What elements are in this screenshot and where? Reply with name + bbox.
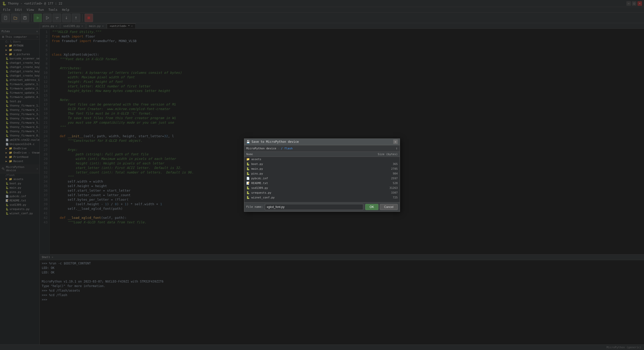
dialog-nav-up-button[interactable]: ↑ (396, 146, 398, 150)
dialog-nav-path[interactable]: / flash (281, 147, 293, 150)
dialog-file-name: 🐍 main.py (246, 167, 373, 170)
file-label: ssd1309.py (251, 186, 268, 190)
file-label: pybcdc.inf (251, 177, 268, 180)
file-label: pins.py (251, 172, 263, 175)
dialog-file-size: 528 (373, 182, 398, 185)
file-label: assets (251, 158, 261, 161)
dialog-file-readme[interactable]: 📝 README.txt 528 (244, 181, 400, 186)
dialog-file-boot[interactable]: 🐍 boot.py 365 (244, 162, 400, 166)
dialog-file-name: 🐍 urequests.py (246, 191, 373, 194)
dialog-file-urequests[interactable]: 🐍 urequests.py 3307 (244, 190, 400, 195)
dialog-title-text: 💾 Save to MicroPython device (246, 140, 299, 144)
file-icon: 🐍 (246, 186, 250, 190)
dialog-title-bar: 💾 Save to MicroPython device × (244, 139, 400, 145)
dialog-nav: MicroPython device › / flash ↑ (244, 145, 400, 152)
dialog-file-name: 🐍 wiznet_conf.py (246, 196, 373, 199)
file-icon: 📄 (246, 177, 250, 180)
dialog-file-name: 🐍 pins.py (246, 172, 373, 175)
file-label: boot.py (251, 162, 263, 166)
dialog-file-size: 31263 (373, 186, 398, 190)
file-label: main.py (251, 167, 263, 170)
dialog-file-assets[interactable]: 📁 assets (244, 157, 400, 162)
dialog-file-size: 2597 (373, 177, 398, 180)
file-icon: 🐍 (246, 162, 250, 166)
file-icon: 🐍 (246, 167, 250, 170)
dialog-file-ssd1309[interactable]: 🐍 ssd1309.py 31263 (244, 186, 400, 190)
file-label: urequests.py (251, 191, 271, 194)
dialog-buttons: OK Cancel (365, 204, 398, 210)
dialog-file-pybcdc[interactable]: 📄 pybcdc.inf 2597 (244, 176, 400, 181)
dialog-file-size: 984 (373, 172, 398, 175)
dialog-file-size: 365 (373, 162, 398, 166)
dialog-filename-bar: File name: OK Cancel (244, 202, 400, 212)
dialog-nav-label: MicroPython device (246, 147, 276, 150)
save-dialog: 💾 Save to MicroPython device × MicroPyth… (244, 138, 400, 212)
dialog-ok-button[interactable]: OK (365, 204, 378, 210)
dialog-filename-label: File name: (246, 205, 263, 208)
dialog-file-main[interactable]: 🐍 main.py 2785 (244, 166, 400, 171)
dialog-file-list-header: Name Size (bytes) (244, 152, 400, 157)
folder-icon: 📁 (246, 158, 250, 161)
dialog-file-wiznet[interactable]: 🐍 wiznet_conf.py 725 (244, 195, 400, 200)
dialog-file-size: 2785 (373, 167, 398, 170)
file-icon: 🐍 (246, 191, 250, 194)
file-icon: 🐍 (246, 172, 250, 175)
dialog-file-name: 🐍 boot.py (246, 162, 373, 166)
dialog-title-label: Save to MicroPython device (252, 140, 299, 144)
dialog-file-name: 📁 assets (246, 158, 373, 161)
modal-overlay: 💾 Save to MicroPython device × MicroPyth… (0, 0, 644, 350)
file-icon: 🐍 (246, 196, 250, 199)
dialog-close-button[interactable]: × (393, 139, 398, 144)
dialog-filename-input[interactable] (265, 204, 363, 210)
file-label: README.txt (251, 182, 268, 185)
dialog-col-name-header: Name (246, 153, 373, 156)
dialog-file-name: 📝 README.txt (246, 182, 373, 185)
dialog-file-size: 3307 (373, 191, 398, 194)
dialog-save-icon: 💾 (246, 140, 250, 144)
dialog-file-list: 📁 assets 🐍 boot.py 365 🐍 main.py 2785 (244, 157, 400, 202)
file-icon: 📝 (246, 182, 250, 185)
dialog-file-name: 🐍 ssd1309.py (246, 186, 373, 190)
dialog-cancel-button[interactable]: Cancel (380, 204, 398, 210)
dialog-col-size-header: Size (bytes) (373, 153, 398, 156)
dialog-file-size: 725 (373, 196, 398, 199)
dialog-file-pins[interactable]: 🐍 pins.py 984 (244, 171, 400, 176)
dialog-file-name: 📄 pybcdc.inf (246, 177, 373, 180)
file-label: wiznet_conf.py (251, 196, 275, 199)
